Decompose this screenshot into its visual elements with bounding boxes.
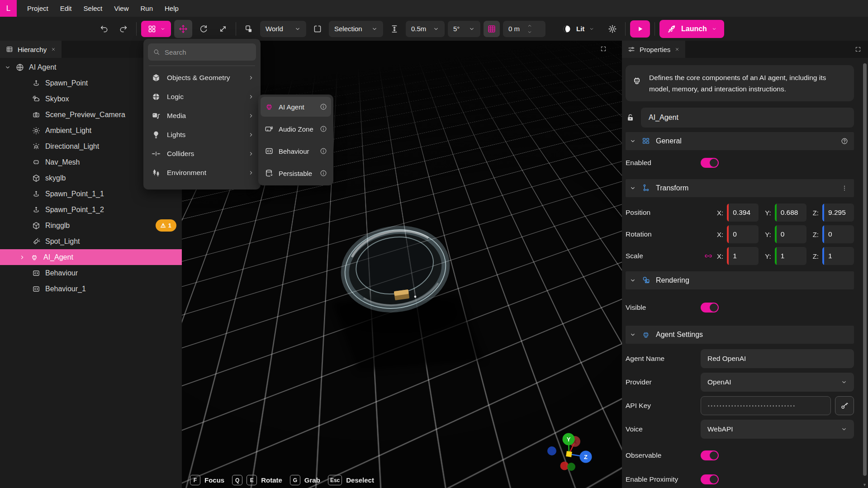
selection-dropdown[interactable]: Selection (329, 21, 383, 37)
world-space-dropdown[interactable]: World (260, 21, 306, 37)
redo-icon (119, 24, 128, 34)
visible-toggle[interactable] (701, 303, 719, 313)
category-colliders[interactable]: Colliders (148, 144, 256, 163)
close-icon[interactable] (674, 47, 680, 52)
menu-select[interactable]: Select (78, 0, 109, 17)
object-name-field[interactable]: AI_Agent (641, 108, 854, 128)
scale-z-field[interactable]: 1 (822, 247, 854, 265)
move-tool-button[interactable] (174, 20, 192, 38)
add-object-button[interactable] (141, 21, 171, 37)
category-logic[interactable]: Logic (148, 87, 256, 106)
enable-proximity-toggle[interactable] (701, 474, 719, 484)
tree-item-spot-light[interactable]: Spot_Light (0, 233, 182, 249)
category-media[interactable]: Media (148, 106, 256, 125)
scrollbar-thumb[interactable] (863, 63, 867, 476)
submenu-item-persistable[interactable]: Persistable (261, 163, 331, 183)
chevron-right-icon (248, 113, 254, 119)
submenu-item-behaviour[interactable]: Behaviour (261, 141, 331, 161)
api-key-button[interactable] (835, 396, 854, 415)
viewport-expand-icon[interactable] (600, 45, 607, 52)
hierarchy-icon (5, 45, 14, 53)
pivot-button[interactable] (241, 21, 257, 37)
section-agent-settings[interactable]: Agent Settings (626, 326, 854, 344)
play-button[interactable] (630, 20, 650, 38)
search-input[interactable] (165, 48, 255, 56)
vertical-arrows-icon (389, 24, 399, 34)
undo-button[interactable] (96, 21, 112, 37)
rotation-x-field[interactable]: 0 (727, 225, 759, 243)
frame-button[interactable] (309, 21, 326, 37)
menu-run[interactable]: Run (135, 0, 159, 17)
panel-expand-icon[interactable] (854, 46, 862, 53)
close-icon[interactable] (51, 47, 56, 52)
tree-item-ai-agent[interactable]: AI_Agent (0, 249, 182, 265)
category-environment[interactable]: Environment (148, 163, 256, 182)
rotate-snap-dropdown[interactable]: 5° (448, 21, 480, 37)
tree-item-behaviour[interactable]: Behaviour (0, 265, 182, 281)
info-icon[interactable] (319, 125, 327, 133)
move-snap-dropdown[interactable]: 0.5m (406, 21, 445, 37)
tree-item-label: Ambient_Light (45, 127, 91, 135)
position-z-field[interactable]: 9.295 (822, 204, 854, 222)
height-snap-stepper[interactable]: 0 m (503, 21, 545, 37)
app-logo[interactable]: L (0, 0, 17, 17)
api-key-field[interactable]: •••••••••••••••••••••••••••••• (701, 396, 831, 415)
category-objects-geometry[interactable]: Objects & Geometry (148, 68, 256, 87)
tree-item-ringglb[interactable]: Ringglb⚠1 (0, 218, 182, 233)
menu-view[interactable]: View (108, 0, 134, 17)
link-scale-icon[interactable] (703, 251, 713, 261)
scale-x-field[interactable]: 1 (727, 247, 759, 265)
chevron-down-icon (433, 26, 439, 32)
rotation-y-field[interactable]: 0 (775, 225, 806, 243)
properties-scrollbar[interactable]: ▼ (863, 62, 867, 487)
category-lights[interactable]: Lights (148, 125, 256, 144)
help-icon[interactable] (840, 137, 849, 145)
tree-item-behaviour-1[interactable]: Behaviour_1 (0, 281, 182, 297)
position-x-field[interactable]: 0.394 (727, 204, 759, 222)
rotate-tool-button[interactable] (195, 21, 212, 37)
tab-hierarchy[interactable]: Hierarchy (0, 41, 62, 58)
scrollbar-down-arrow[interactable]: ▼ (863, 483, 867, 487)
chevron-down-icon (589, 26, 594, 32)
info-icon[interactable] (319, 103, 327, 111)
voice-select[interactable]: WebAPI (701, 420, 854, 439)
menu-help[interactable]: Help (159, 0, 185, 17)
submenu-item-audio-zone[interactable]: Audio Zone (261, 119, 331, 139)
tab-properties[interactable]: Properties (622, 41, 685, 58)
agent-name-field[interactable]: Red OpenAI (701, 349, 854, 368)
scale-tool-icon (218, 24, 228, 34)
section-transform[interactable]: Transform (626, 179, 854, 197)
gear-icon (607, 24, 617, 34)
section-rendering[interactable]: Rendering (626, 271, 854, 289)
section-transform-title: Transform (656, 184, 688, 192)
tree-item-spawn-point-1-2[interactable]: Spawn_Point_1_2 (0, 202, 182, 218)
provider-select[interactable]: OpenAI (701, 373, 854, 392)
category-label: Environment (167, 169, 206, 177)
rotation-z-field[interactable]: 0 (822, 225, 854, 243)
scale-y-field[interactable]: 1 (775, 247, 806, 265)
position-y-field[interactable]: 0.688 (775, 204, 806, 222)
settings-button[interactable] (604, 21, 621, 37)
enabled-toggle[interactable] (701, 158, 719, 168)
launch-button[interactable]: Launch (659, 20, 724, 38)
redo-button[interactable] (115, 21, 132, 37)
lock-open-icon[interactable] (626, 113, 636, 123)
info-icon[interactable] (319, 169, 327, 177)
section-general[interactable]: General (626, 132, 854, 150)
snap-height-button[interactable] (386, 21, 403, 37)
menu-project[interactable]: Project (21, 0, 54, 17)
shading-dropdown[interactable]: Lit (559, 21, 594, 37)
search-box[interactable] (148, 43, 256, 61)
chevron-down-icon (5, 64, 11, 71)
tree-item-label: Directional_Light (45, 142, 99, 151)
menu-edit[interactable]: Edit (54, 0, 78, 17)
info-icon[interactable] (319, 147, 327, 155)
stepper-arrows[interactable] (527, 23, 532, 35)
scale-row: Scale X: 1 Y: 1 Z: 1 (626, 247, 854, 265)
observable-toggle[interactable] (701, 450, 719, 460)
submenu-item-ai-agent[interactable]: AI Agent (261, 97, 331, 117)
submenu-item-label: Behaviour (279, 147, 309, 155)
kebab-menu-icon[interactable] (840, 184, 849, 192)
scale-tool-button[interactable] (215, 21, 231, 37)
grid-toggle-button[interactable] (484, 21, 500, 37)
